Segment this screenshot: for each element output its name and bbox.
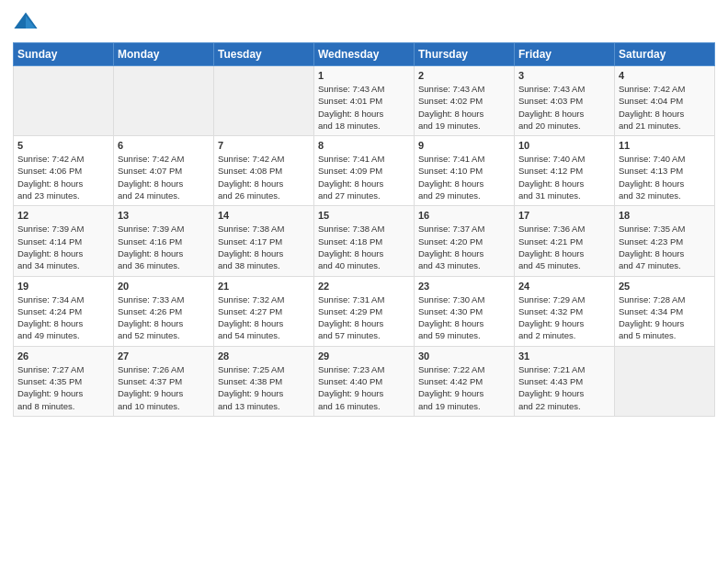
calendar-cell: 3Sunrise: 7:43 AM Sunset: 4:03 PM Daylig…	[515, 66, 615, 136]
day-number: 19	[17, 281, 109, 292]
weekday-header: Monday	[114, 43, 214, 66]
calendar-week-row: 5Sunrise: 7:42 AM Sunset: 4:06 PM Daylig…	[14, 136, 715, 206]
weekday-header: Sunday	[14, 43, 114, 66]
calendar-cell: 6Sunrise: 7:42 AM Sunset: 4:07 PM Daylig…	[114, 136, 214, 206]
day-number: 24	[518, 281, 610, 292]
calendar-cell: 16Sunrise: 7:37 AM Sunset: 4:20 PM Dayli…	[415, 206, 515, 276]
day-info: Sunrise: 7:23 AM Sunset: 4:40 PM Dayligh…	[318, 363, 410, 412]
day-info: Sunrise: 7:26 AM Sunset: 4:37 PM Dayligh…	[118, 363, 210, 412]
header-row: SundayMondayTuesdayWednesdayThursdayFrid…	[14, 43, 715, 66]
calendar-cell: 20Sunrise: 7:33 AM Sunset: 4:26 PM Dayli…	[114, 276, 214, 346]
day-info: Sunrise: 7:31 AM Sunset: 4:29 PM Dayligh…	[318, 293, 410, 342]
calendar-cell: 5Sunrise: 7:42 AM Sunset: 4:06 PM Daylig…	[14, 136, 114, 206]
day-number: 31	[518, 350, 610, 362]
calendar-body: 1Sunrise: 7:43 AM Sunset: 4:01 PM Daylig…	[14, 66, 715, 417]
calendar-cell: 25Sunrise: 7:28 AM Sunset: 4:34 PM Dayli…	[615, 276, 715, 346]
day-info: Sunrise: 7:28 AM Sunset: 4:34 PM Dayligh…	[619, 293, 711, 342]
day-number: 18	[619, 210, 711, 221]
day-number: 7	[218, 140, 310, 151]
day-number: 1	[318, 70, 410, 81]
day-number: 2	[418, 70, 510, 81]
day-number: 16	[418, 210, 510, 221]
calendar-cell: 22Sunrise: 7:31 AM Sunset: 4:29 PM Dayli…	[314, 276, 415, 346]
calendar-cell	[615, 346, 715, 416]
day-number: 11	[619, 140, 711, 151]
day-info: Sunrise: 7:21 AM Sunset: 4:43 PM Dayligh…	[518, 363, 610, 412]
day-info: Sunrise: 7:27 AM Sunset: 4:35 PM Dayligh…	[17, 363, 109, 412]
day-number: 21	[218, 281, 310, 292]
day-info: Sunrise: 7:41 AM Sunset: 4:09 PM Dayligh…	[318, 153, 410, 201]
calendar-cell	[114, 66, 214, 136]
day-info: Sunrise: 7:35 AM Sunset: 4:23 PM Dayligh…	[619, 223, 711, 271]
day-number: 17	[518, 210, 610, 221]
day-number: 15	[318, 210, 410, 221]
day-info: Sunrise: 7:25 AM Sunset: 4:38 PM Dayligh…	[218, 363, 310, 412]
calendar-cell: 18Sunrise: 7:35 AM Sunset: 4:23 PM Dayli…	[615, 206, 715, 276]
day-info: Sunrise: 7:40 AM Sunset: 4:13 PM Dayligh…	[619, 153, 711, 201]
calendar-cell: 10Sunrise: 7:40 AM Sunset: 4:12 PM Dayli…	[515, 136, 615, 206]
calendar-cell: 13Sunrise: 7:39 AM Sunset: 4:16 PM Dayli…	[114, 206, 214, 276]
calendar-cell: 2Sunrise: 7:43 AM Sunset: 4:02 PM Daylig…	[415, 66, 515, 136]
day-info: Sunrise: 7:43 AM Sunset: 4:01 PM Dayligh…	[318, 83, 410, 132]
calendar-cell: 4Sunrise: 7:42 AM Sunset: 4:04 PM Daylig…	[615, 66, 715, 136]
day-number: 10	[518, 140, 610, 151]
day-info: Sunrise: 7:36 AM Sunset: 4:21 PM Dayligh…	[518, 223, 610, 271]
logo-icon	[13, 9, 39, 35]
calendar-week-row: 19Sunrise: 7:34 AM Sunset: 4:24 PM Dayli…	[14, 276, 715, 346]
page-header	[13, 9, 715, 35]
calendar-cell: 11Sunrise: 7:40 AM Sunset: 4:13 PM Dayli…	[615, 136, 715, 206]
day-number: 30	[418, 350, 510, 362]
day-number: 5	[17, 140, 109, 151]
day-info: Sunrise: 7:32 AM Sunset: 4:27 PM Dayligh…	[218, 293, 310, 342]
day-number: 26	[17, 350, 109, 362]
calendar-cell: 14Sunrise: 7:38 AM Sunset: 4:17 PM Dayli…	[214, 206, 314, 276]
day-number: 13	[118, 210, 210, 221]
day-info: Sunrise: 7:34 AM Sunset: 4:24 PM Dayligh…	[17, 293, 109, 342]
day-info: Sunrise: 7:40 AM Sunset: 4:12 PM Dayligh…	[518, 153, 610, 201]
day-info: Sunrise: 7:43 AM Sunset: 4:03 PM Dayligh…	[518, 83, 610, 132]
day-info: Sunrise: 7:42 AM Sunset: 4:08 PM Dayligh…	[218, 153, 310, 201]
calendar-cell: 17Sunrise: 7:36 AM Sunset: 4:21 PM Dayli…	[515, 206, 615, 276]
day-info: Sunrise: 7:38 AM Sunset: 4:17 PM Dayligh…	[218, 223, 310, 271]
calendar-cell: 9Sunrise: 7:41 AM Sunset: 4:10 PM Daylig…	[415, 136, 515, 206]
calendar-cell	[214, 66, 314, 136]
weekday-header: Thursday	[415, 43, 515, 66]
day-number: 12	[17, 210, 109, 221]
weekday-header: Friday	[515, 43, 615, 66]
day-info: Sunrise: 7:30 AM Sunset: 4:30 PM Dayligh…	[418, 293, 510, 342]
weekday-header: Wednesday	[314, 43, 415, 66]
calendar-cell: 28Sunrise: 7:25 AM Sunset: 4:38 PM Dayli…	[214, 346, 314, 416]
day-info: Sunrise: 7:39 AM Sunset: 4:16 PM Dayligh…	[118, 223, 210, 271]
calendar-week-row: 12Sunrise: 7:39 AM Sunset: 4:14 PM Dayli…	[14, 206, 715, 276]
day-number: 9	[418, 140, 510, 151]
day-info: Sunrise: 7:42 AM Sunset: 4:04 PM Dayligh…	[619, 83, 711, 132]
day-info: Sunrise: 7:37 AM Sunset: 4:20 PM Dayligh…	[418, 223, 510, 271]
day-info: Sunrise: 7:33 AM Sunset: 4:26 PM Dayligh…	[118, 293, 210, 342]
page-container: SundayMondayTuesdayWednesdayThursdayFrid…	[0, 0, 728, 426]
calendar-cell: 7Sunrise: 7:42 AM Sunset: 4:08 PM Daylig…	[214, 136, 314, 206]
day-info: Sunrise: 7:29 AM Sunset: 4:32 PM Dayligh…	[518, 293, 610, 342]
calendar-cell: 26Sunrise: 7:27 AM Sunset: 4:35 PM Dayli…	[14, 346, 114, 416]
calendar-cell: 24Sunrise: 7:29 AM Sunset: 4:32 PM Dayli…	[515, 276, 615, 346]
calendar-week-row: 1Sunrise: 7:43 AM Sunset: 4:01 PM Daylig…	[14, 66, 715, 136]
calendar-header: SundayMondayTuesdayWednesdayThursdayFrid…	[14, 43, 715, 66]
day-info: Sunrise: 7:42 AM Sunset: 4:06 PM Dayligh…	[17, 153, 109, 201]
day-number: 8	[318, 140, 410, 151]
calendar-cell: 21Sunrise: 7:32 AM Sunset: 4:27 PM Dayli…	[214, 276, 314, 346]
calendar-cell: 30Sunrise: 7:22 AM Sunset: 4:42 PM Dayli…	[415, 346, 515, 416]
day-number: 20	[118, 281, 210, 292]
day-number: 23	[418, 281, 510, 292]
logo	[13, 9, 42, 35]
calendar-cell: 31Sunrise: 7:21 AM Sunset: 4:43 PM Dayli…	[515, 346, 615, 416]
day-info: Sunrise: 7:42 AM Sunset: 4:07 PM Dayligh…	[118, 153, 210, 201]
calendar-cell: 12Sunrise: 7:39 AM Sunset: 4:14 PM Dayli…	[14, 206, 114, 276]
weekday-header: Saturday	[615, 43, 715, 66]
weekday-header: Tuesday	[214, 43, 314, 66]
day-number: 28	[218, 350, 310, 362]
calendar-cell: 23Sunrise: 7:30 AM Sunset: 4:30 PM Dayli…	[415, 276, 515, 346]
day-number: 4	[619, 70, 711, 81]
calendar-cell: 27Sunrise: 7:26 AM Sunset: 4:37 PM Dayli…	[114, 346, 214, 416]
day-info: Sunrise: 7:43 AM Sunset: 4:02 PM Dayligh…	[418, 83, 510, 132]
day-number: 3	[518, 70, 610, 81]
day-number: 6	[118, 140, 210, 151]
